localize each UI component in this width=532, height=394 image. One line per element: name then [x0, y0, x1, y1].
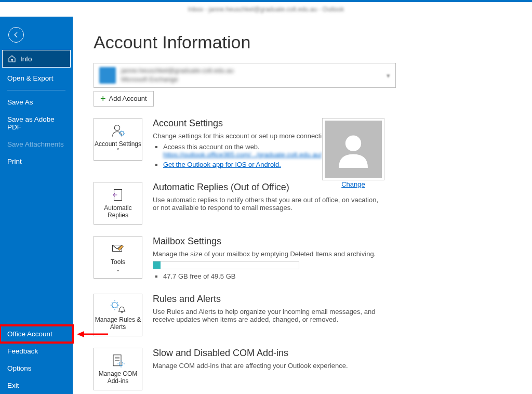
automatic-replies-tile[interactable]: Automatic Replies — [94, 182, 142, 225]
main-panel: Account Information janne.heuschkel@grad… — [73, 17, 532, 394]
sidebar-separator — [7, 322, 65, 322]
sidebar-item-open-export[interactable]: Open & Export — [0, 70, 73, 87]
tile-label: Manage COM Add-ins — [94, 371, 142, 385]
chevron-down-icon: ⌄ — [116, 267, 120, 272]
section-heading: Mailbox Settings — [153, 236, 381, 247]
sidebar-item-save-as-adobe-pdf[interactable]: Save as Adobe PDF — [0, 111, 73, 136]
svg-point-2 — [114, 125, 120, 131]
out-of-office-icon — [110, 187, 126, 203]
com-addins-section: Manage COM Add-ins Slow and Disabled COM… — [94, 348, 511, 390]
storage-usage-fill — [153, 261, 161, 269]
manage-addins-tile[interactable]: Manage COM Add-ins — [94, 348, 142, 390]
sidebar-item-options[interactable]: Options — [0, 360, 73, 377]
storage-usage-bar — [153, 261, 299, 269]
svg-point-7 — [112, 303, 118, 308]
avatar-placeholder-icon — [325, 121, 382, 178]
sidebar-item-label: Save as Adobe PDF — [7, 115, 55, 131]
tile-label: Tools⌄ — [111, 259, 125, 273]
sidebar-item-save-as[interactable]: Save As — [0, 94, 73, 111]
account-icon — [99, 67, 116, 84]
svg-point-4 — [345, 135, 361, 151]
document-gear-icon — [110, 353, 126, 369]
back-button[interactable] — [8, 27, 24, 43]
user-gear-icon — [110, 123, 126, 139]
chevron-down-icon: ▾ — [387, 71, 390, 79]
account-email: janne.heuschkel@graduate.colt.edu.au — [121, 67, 234, 75]
sidebar-item-office-account[interactable]: Office Account — [0, 325, 73, 343]
add-account-label: Add Account — [109, 95, 147, 102]
sidebar-item-exit[interactable]: Exit — [0, 377, 73, 394]
sidebar-separator — [7, 90, 65, 90]
sidebar-item-save-attachments: Save Attachments — [0, 136, 73, 153]
sidebar-item-label: Options — [7, 364, 32, 372]
page-title: Account Information — [94, 32, 511, 52]
account-web-url-link[interactable]: https://outlook.office365.com/.../gradua… — [163, 151, 322, 159]
section-description: Use automatic replies to notify others t… — [153, 196, 381, 212]
sidebar-item-label: Save Attachments — [7, 140, 64, 148]
home-icon — [8, 55, 16, 63]
section-description: Use Rules and Alerts to help organize yo… — [153, 308, 381, 323]
sidebar-item-label: Print — [7, 157, 22, 165]
sidebar-item-label: Save As — [7, 98, 33, 106]
account-type: Microsoft Exchange — [121, 75, 234, 84]
tile-label: Manage Rules & Alerts — [94, 317, 142, 331]
rules-alerts-section: Manage Rules & Alerts Rules and Alerts U… — [94, 294, 511, 336]
sidebar-item-label: Feedback — [7, 347, 38, 355]
sidebar-item-label: Exit — [7, 382, 19, 389]
profile-photo — [322, 118, 384, 180]
plus-icon: + — [100, 94, 106, 103]
sidebar-item-print[interactable]: Print — [0, 153, 73, 170]
back-arrow-icon — [12, 31, 20, 38]
sidebar-item-info[interactable]: Info — [2, 50, 71, 68]
application-shell: Info Open & Export Save As Save as Adobe… — [0, 17, 532, 394]
title-bar-text: Inbox - janne.heuschkel@graduate.colt.ed… — [188, 6, 344, 13]
sidebar-item-label: Office Account — [7, 330, 52, 338]
account-settings-section: Account Settings ˅ Account Settings Chan… — [94, 118, 511, 170]
sidebar-item-label: Open & Export — [7, 74, 54, 82]
sidebar-bottom-group: Office Account Feedback Options Exit — [0, 319, 73, 394]
title-bar: Inbox - janne.heuschkel@graduate.colt.ed… — [0, 0, 532, 17]
tools-tile[interactable]: Tools⌄ — [94, 236, 142, 279]
manage-rules-tile[interactable]: Manage Rules & Alerts — [94, 294, 142, 336]
account-selector-text: janne.heuschkel@graduate.colt.edu.au Mic… — [121, 67, 234, 84]
tile-label: Account Settings ˅ — [94, 141, 142, 155]
mailbox-settings-section: Tools⌄ Mailbox Settings Manage the size … — [94, 236, 511, 282]
section-heading: Slow and Disabled COM Add-ins — [153, 348, 381, 359]
sidebar-item-label: Info — [20, 55, 32, 63]
section-description: Manage the size of your mailbox by empty… — [153, 250, 381, 258]
account-selector[interactable]: janne.heuschkel@graduate.colt.edu.au Mic… — [94, 63, 396, 88]
tile-label: Automatic Replies — [94, 205, 142, 219]
account-settings-tile[interactable]: Account Settings ˅ — [94, 118, 142, 161]
section-heading: Automatic Replies (Out of Office) — [153, 182, 381, 193]
envelope-pencil-icon — [110, 241, 126, 257]
storage-free-label: 47.7 GB free of 49.5 GB — [163, 272, 381, 280]
automatic-replies-section: Automatic Replies Automatic Replies (Out… — [94, 182, 511, 225]
section-heading: Rules and Alerts — [153, 294, 381, 305]
backstage-sidebar: Info Open & Export Save As Save as Adobe… — [0, 17, 73, 394]
add-account-button[interactable]: + Add Account — [94, 91, 154, 107]
sidebar-item-feedback[interactable]: Feedback — [0, 343, 73, 360]
gear-bell-icon — [109, 299, 127, 314]
section-description: Manage COM add-ins that are affecting yo… — [153, 362, 381, 370]
get-outlook-app-link[interactable]: Get the Outlook app for iOS or Android. — [163, 161, 281, 168]
